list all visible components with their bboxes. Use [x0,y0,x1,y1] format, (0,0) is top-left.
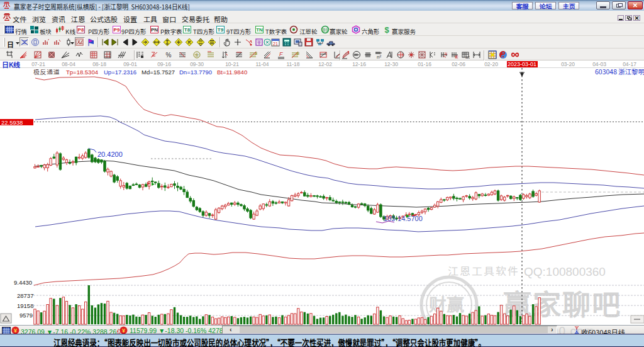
svg-text:02-06: 02-06 [452,61,465,67]
svg-text:08-18: 08-18 [92,61,106,67]
svg-text:11-04: 11-04 [255,61,269,67]
svg-text:01-16: 01-16 [418,61,431,67]
svg-text:Bt=11.9840: Bt=11.9840 [217,69,247,76]
svg-text:F: F [279,51,283,57]
svg-text:$: $ [384,25,389,34]
svg-text:金: 金 [254,51,257,55]
svg-text:9579: 9579 [19,312,33,319]
svg-text:28737: 28737 [17,292,33,299]
svg-text:日K线: 日K线 [2,60,20,69]
svg-text:T9: T9 [218,27,224,33]
svg-text:9.4430: 9.4430 [14,279,32,286]
svg-text:22.5938: 22.5938 [1,119,23,126]
svg-text:12-30: 12-30 [384,61,398,67]
svg-text:财赢: 财赢 [429,291,464,316]
svg-text:10-21: 10-21 [225,61,239,67]
svg-text:12-16: 12-16 [352,61,366,67]
svg-text:B9: B9 [323,28,328,32]
svg-text:¥: ¥ [14,327,17,334]
svg-text:江恩工具软件: 江恩工具软件 [448,263,519,278]
svg-text:PN: PN [151,27,158,33]
svg-text:21: 21 [273,42,278,46]
svg-text:08-04: 08-04 [62,61,75,67]
svg-text:半: 半 [444,52,448,56]
svg-text:极反通道: 极反通道 [33,67,60,76]
svg-text:Up=17.2316: Up=17.2316 [104,69,136,76]
svg-text:12-02: 12-02 [318,61,332,67]
svg-text:%: % [165,52,171,59]
svg-text:Tp=18.5304: Tp=18.5304 [66,69,98,76]
svg-text:P9: P9 [114,27,120,33]
svg-text:QQ:100800360: QQ:100800360 [524,265,606,278]
svg-text:Dn=13.7790: Dn=13.7790 [179,69,212,76]
svg-text:09-30: 09-30 [190,61,204,67]
svg-text:09-16: 09-16 [157,61,171,67]
svg-text:20.4200: 20.4200 [97,151,123,158]
svg-text:2023-03-01: 2023-03-01 [508,61,536,67]
svg-text:金: 金 [194,53,199,57]
svg-text:603048 浙江黎明: 603048 浙江黎明 [595,67,644,76]
svg-text:09-01: 09-01 [123,61,137,67]
svg-text:金: 金 [296,51,299,55]
svg-text:紫: 紫 [455,55,458,59]
svg-text:Md=15.7527: Md=15.7527 [142,69,175,76]
svg-text:P8: P8 [78,27,84,33]
svg-text:T8: T8 [184,27,191,33]
svg-text:n²: n² [377,54,381,59]
svg-text:19158: 19158 [17,302,33,309]
svg-text:TN: TN [256,27,263,33]
svg-text:11-18: 11-18 [286,61,299,67]
svg-text:02-20: 02-20 [484,61,498,67]
svg-text:¥: ¥ [122,327,125,334]
svg-text:03-20: 03-20 [561,61,575,67]
svg-text:123: 123 [465,55,470,59]
